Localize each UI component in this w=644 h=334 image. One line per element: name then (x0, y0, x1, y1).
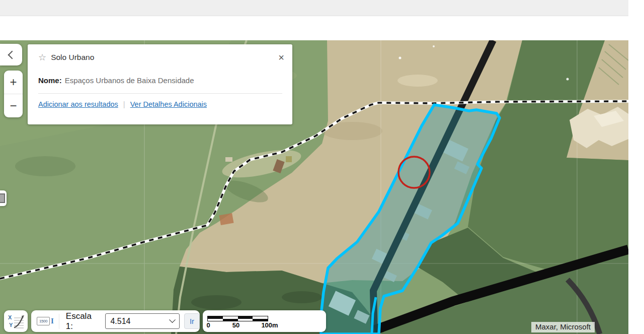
xy-chart-icon: X Y (8, 313, 25, 329)
overview-map-icon (0, 193, 5, 203)
close-icon[interactable]: × (278, 53, 284, 61)
overview-map-button[interactable] (0, 190, 7, 206)
scalebar (207, 316, 268, 321)
favorite-star-icon[interactable]: ☆ (38, 53, 46, 62)
chevron-left-icon (8, 50, 17, 59)
name-value: Espaços Urbanos de Baixa Densidade (65, 76, 194, 85)
zoom-control: + − (4, 71, 23, 117)
coordinates-tool-button[interactable]: X Y (4, 310, 28, 332)
chevron-down-icon (169, 316, 176, 323)
svg-text:X: X (8, 314, 12, 320)
add-to-results-link[interactable]: Adicionar aos resultados (38, 100, 118, 108)
scalebar-label-0: 0 (206, 321, 210, 329)
scalebar-label-50: 50 (232, 321, 239, 329)
view-details-link[interactable]: Ver Detalhes Adicionais (130, 100, 207, 108)
scalebar-label-100: 100m (261, 321, 278, 329)
popup-header: ☆ Solo Urbano × (28, 44, 292, 62)
zoom-out-button[interactable]: − (4, 94, 23, 117)
feature-popup: ☆ Solo Urbano × Nome:Espaços Urbanos de … (28, 44, 292, 124)
scale-select-value: 4.514 (110, 317, 130, 326)
zoom-in-button[interactable]: + (4, 71, 23, 94)
scale-preset-icon-text: 1500 (37, 317, 50, 325)
collapse-sidebar-button[interactable] (0, 44, 22, 65)
go-button[interactable]: Ir (184, 313, 200, 329)
map-attribution: Maxar, Microsoft (531, 322, 595, 332)
page-header-band (0, 16, 628, 40)
feature-name-row: Nome:Espaços Urbanos de Baixa Densidade (28, 76, 292, 85)
link-separator: | (123, 100, 125, 108)
scalebar-panel: 0 50 100m (203, 310, 326, 332)
popup-title: Solo Urbano (51, 53, 94, 62)
popup-actions: Adicionar aos resultados | Ver Detalhes … (28, 94, 292, 108)
widget-divider (59, 314, 59, 329)
svg-text:Y: Y (9, 322, 13, 328)
scale-preset-icon: 1500 I (37, 317, 54, 325)
scale-label: Escala 1: (66, 311, 100, 331)
ibeam-cursor-icon: I (51, 317, 54, 325)
browser-toolbar-strip (0, 0, 628, 16)
scale-widget: 1500 I Escala 1: 4.514 Ir (31, 310, 200, 332)
page-right-margin (628, 0, 644, 334)
name-label: Nome: (38, 76, 62, 85)
scale-select[interactable]: 4.514 (105, 313, 180, 329)
